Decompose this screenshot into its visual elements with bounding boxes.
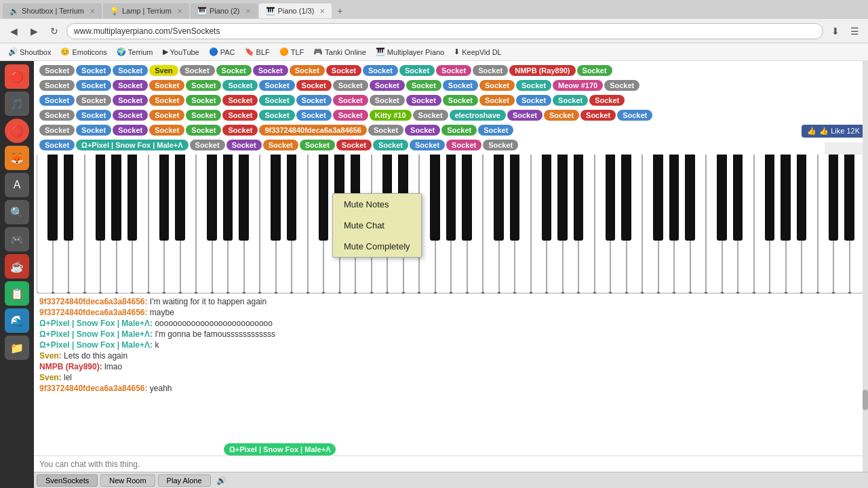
user-pill[interactable]: Socket bbox=[296, 110, 332, 121]
black-key[interactable] bbox=[621, 155, 631, 241]
user-pill[interactable]: Socket bbox=[149, 110, 184, 121]
bookmark-shoutbox[interactable]: 🔊 Shoutbox bbox=[5, 47, 54, 57]
user-pill[interactable]: Socket bbox=[222, 125, 258, 136]
user-pill[interactable]: Socket bbox=[180, 65, 215, 76]
user-pill[interactable]: Socket bbox=[479, 95, 515, 106]
new-room-button[interactable]: New Room bbox=[100, 474, 155, 487]
user-pill[interactable]: Socket bbox=[222, 80, 258, 91]
user-pill[interactable]: Socket bbox=[441, 125, 477, 136]
user-pill[interactable]: Socket bbox=[113, 80, 148, 91]
user-pill[interactable]: Socket bbox=[113, 125, 148, 136]
refresh-button[interactable]: ↻ bbox=[46, 23, 62, 39]
user-pill[interactable]: Socket bbox=[216, 65, 252, 76]
user-pill[interactable]: Socket bbox=[76, 65, 111, 76]
black-key[interactable] bbox=[542, 155, 551, 241]
user-pill[interactable]: Socket bbox=[76, 95, 111, 106]
user-pill[interactable]: Socket bbox=[368, 125, 403, 136]
user-pill[interactable]: Socket bbox=[290, 65, 325, 76]
black-key[interactable] bbox=[829, 155, 838, 241]
tab-piano-active[interactable]: 🎹 Piano (1/3) ✕ bbox=[259, 3, 332, 18]
black-key[interactable] bbox=[271, 155, 280, 241]
user-pill[interactable]: Socket bbox=[370, 95, 405, 106]
user-pill[interactable]: Socket bbox=[443, 95, 478, 106]
sidebar-icon-10[interactable]: 📁 bbox=[5, 336, 29, 360]
black-key[interactable] bbox=[494, 155, 503, 241]
user-pill[interactable]: Socket bbox=[406, 95, 441, 106]
forward-button[interactable]: ▶ bbox=[26, 23, 42, 39]
black-key[interactable] bbox=[685, 155, 694, 241]
user-pill[interactable]: Socket bbox=[76, 110, 111, 121]
user-pill[interactable]: Socket bbox=[446, 140, 481, 150]
user-pill[interactable]: Socket bbox=[507, 110, 542, 121]
bookmark-keepvid[interactable]: ⬇ KeepVid DL bbox=[451, 47, 505, 57]
sidebar-icon-9[interactable]: 🌊 bbox=[5, 308, 29, 333]
user-pill[interactable]: Socket bbox=[39, 125, 75, 136]
tab-lamp[interactable]: 💡 Lamp | Terrium ✕ bbox=[103, 3, 189, 18]
user-pill[interactable]: Socket bbox=[39, 65, 75, 76]
black-key[interactable] bbox=[462, 155, 471, 241]
user-pill[interactable]: Socket bbox=[617, 110, 652, 121]
black-key[interactable] bbox=[653, 155, 663, 241]
sidebar-icon-1[interactable]: 🎵 bbox=[5, 92, 29, 116]
user-pill[interactable]: Ω+Pixel | Snow Fox | Male+Λ bbox=[76, 140, 188, 150]
black-key[interactable] bbox=[159, 155, 169, 241]
user-pill[interactable]: Kitty #10 bbox=[370, 110, 412, 121]
sidebar-icon-0[interactable]: 🔴 bbox=[5, 64, 29, 89]
black-key[interactable] bbox=[717, 155, 726, 241]
mute-notes-item[interactable]: Mute Notes bbox=[333, 194, 421, 215]
user-pill[interactable]: Socket bbox=[39, 80, 75, 91]
bookmark-multiplayer-piano[interactable]: 🎹 Multiplayer Piano bbox=[373, 47, 447, 57]
user-pill[interactable]: Socket bbox=[405, 125, 440, 136]
back-button[interactable]: ◀ bbox=[5, 23, 22, 39]
black-key[interactable] bbox=[765, 155, 774, 241]
user-pill[interactable]: Socket bbox=[259, 95, 294, 106]
user-pill[interactable]: NMPB (Ray890) bbox=[509, 65, 575, 76]
user-pill[interactable]: Socket bbox=[186, 95, 221, 106]
user-pill[interactable]: Socket bbox=[516, 95, 551, 106]
user-pill[interactable]: Socket bbox=[190, 140, 225, 150]
user-pill[interactable]: Socket bbox=[186, 110, 221, 121]
black-key[interactable] bbox=[510, 155, 519, 241]
black-key[interactable] bbox=[557, 155, 567, 241]
user-pill[interactable]: Socket bbox=[370, 80, 405, 91]
bookmark-emoticons[interactable]: 😊 Emoticons bbox=[58, 47, 109, 57]
user-pill[interactable]: Socket bbox=[399, 65, 435, 76]
black-key[interactable] bbox=[733, 155, 743, 241]
black-key[interactable] bbox=[430, 155, 439, 241]
tab-close[interactable]: ✕ bbox=[245, 7, 251, 15]
scrollbar[interactable] bbox=[863, 61, 868, 472]
user-pill[interactable]: Socket bbox=[39, 140, 75, 150]
user-pill[interactable]: Socket bbox=[436, 65, 471, 76]
user-pill[interactable]: Socket bbox=[76, 125, 111, 136]
menu-button[interactable]: ☰ bbox=[846, 23, 863, 39]
tab-close[interactable]: ✕ bbox=[177, 7, 182, 15]
user-pill[interactable]: electroshave bbox=[450, 110, 506, 121]
like-button[interactable]: 👍 👍 Like 12K bbox=[802, 125, 865, 138]
sidebar-icon-2[interactable]: ⭕ bbox=[5, 119, 29, 143]
sidebar-icon-7[interactable]: ☕ bbox=[5, 254, 29, 279]
user-pill[interactable]: Socket bbox=[39, 95, 75, 106]
mute-completely-item[interactable]: Mute Completely bbox=[333, 236, 421, 257]
user-pill[interactable]: Socket bbox=[222, 110, 258, 121]
user-pill[interactable]: Socket bbox=[259, 80, 294, 91]
user-pill[interactable]: Socket bbox=[113, 110, 148, 121]
user-pill[interactable]: Socket bbox=[410, 140, 445, 150]
user-pill[interactable]: Socket bbox=[326, 65, 361, 76]
tab-piano2[interactable]: 🎹 Piano (2) ✕ bbox=[191, 3, 258, 18]
user-pill[interactable]: Socket bbox=[296, 80, 332, 91]
user-pill[interactable]: Socket bbox=[113, 65, 148, 76]
user-pill[interactable]: Meow #170 bbox=[553, 80, 603, 91]
user-pill[interactable]: Socket bbox=[222, 95, 258, 106]
download-button[interactable]: ⬇ bbox=[827, 23, 844, 39]
user-pill[interactable]: Socket bbox=[149, 95, 184, 106]
user-pill[interactable]: Socket bbox=[333, 95, 368, 106]
user-pill[interactable]: Socket bbox=[296, 95, 332, 106]
room-name-button[interactable]: SvenSockets bbox=[37, 474, 98, 487]
black-key[interactable] bbox=[287, 155, 296, 241]
user-pill[interactable]: Socket bbox=[553, 95, 588, 106]
user-pill[interactable]: Socket bbox=[589, 95, 625, 106]
user-pill[interactable]: Socket bbox=[516, 80, 551, 91]
user-pill[interactable]: Socket bbox=[300, 140, 335, 150]
user-pill[interactable]: Socket bbox=[333, 80, 368, 91]
user-pill[interactable]: Socket bbox=[478, 125, 513, 136]
